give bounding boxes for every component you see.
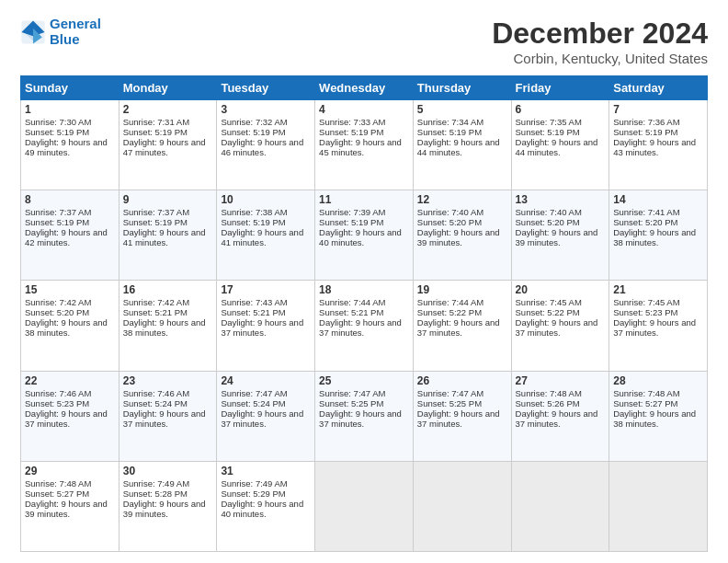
day-info: Daylight: 9 hours and 37 minutes. <box>417 317 507 338</box>
day-number: 4 <box>319 103 409 116</box>
table-row: 11Sunrise: 7:39 AMSunset: 5:19 PMDayligh… <box>315 190 414 281</box>
day-info: Sunrise: 7:31 AM <box>123 117 213 127</box>
col-sunday: Sunday <box>21 76 119 100</box>
day-number: 25 <box>319 374 409 387</box>
day-info: Daylight: 9 hours and 42 minutes. <box>25 227 115 247</box>
table-row: 6Sunrise: 7:35 AMSunset: 5:19 PMDaylight… <box>511 100 609 190</box>
title-area: December 2024 Corbin, Kentucky, United S… <box>492 17 708 66</box>
table-row: 28Sunrise: 7:48 AMSunset: 5:27 PMDayligh… <box>609 371 708 461</box>
day-number: 20 <box>516 283 606 296</box>
day-info: Sunset: 5:28 PM <box>123 488 213 499</box>
day-info: Sunset: 5:26 PM <box>516 398 606 408</box>
day-info: Daylight: 9 hours and 37 minutes. <box>516 408 606 429</box>
day-info: Daylight: 9 hours and 37 minutes. <box>319 317 409 338</box>
day-number: 29 <box>25 465 115 477</box>
table-row: 1Sunrise: 7:30 AMSunset: 5:19 PMDaylight… <box>21 100 119 190</box>
day-info: Sunset: 5:22 PM <box>516 307 606 317</box>
day-info: Sunset: 5:21 PM <box>319 307 409 317</box>
table-row: 2Sunrise: 7:31 AMSunset: 5:19 PMDaylight… <box>119 100 217 190</box>
day-info: Sunset: 5:19 PM <box>25 217 115 227</box>
table-row: 4Sunrise: 7:33 AMSunset: 5:19 PMDaylight… <box>315 100 414 190</box>
calendar-week-row: 29Sunrise: 7:48 AMSunset: 5:27 PMDayligh… <box>21 461 708 551</box>
day-info: Sunrise: 7:47 AM <box>319 388 409 398</box>
day-number: 23 <box>123 374 213 387</box>
day-info: Daylight: 9 hours and 49 minutes. <box>25 137 115 157</box>
day-info: Sunset: 5:20 PM <box>25 307 115 317</box>
page: General Blue December 2024 Corbin, Kentu… <box>0 0 728 563</box>
day-number: 5 <box>417 103 507 116</box>
day-info: Daylight: 9 hours and 41 minutes. <box>123 227 213 247</box>
day-info: Sunrise: 7:34 AM <box>417 117 507 127</box>
day-info: Sunset: 5:27 PM <box>613 398 703 408</box>
day-info: Daylight: 9 hours and 39 minutes. <box>516 227 606 247</box>
day-info: Daylight: 9 hours and 39 minutes. <box>123 499 213 519</box>
day-info: Sunrise: 7:43 AM <box>221 297 311 307</box>
day-info: Daylight: 9 hours and 43 minutes. <box>613 137 703 157</box>
day-info: Sunset: 5:23 PM <box>25 398 115 408</box>
day-info: Sunset: 5:23 PM <box>613 307 703 317</box>
table-row: 14Sunrise: 7:41 AMSunset: 5:20 PMDayligh… <box>609 190 708 281</box>
day-info: Daylight: 9 hours and 46 minutes. <box>221 137 311 157</box>
table-row: 7Sunrise: 7:36 AMSunset: 5:19 PMDaylight… <box>609 100 708 190</box>
table-row: 31Sunrise: 7:49 AMSunset: 5:29 PMDayligh… <box>217 461 315 551</box>
day-number: 3 <box>221 103 311 116</box>
table-row: 27Sunrise: 7:48 AMSunset: 5:26 PMDayligh… <box>511 371 609 461</box>
day-number: 11 <box>319 193 409 206</box>
day-number: 6 <box>516 103 606 116</box>
day-number: 18 <box>319 283 409 296</box>
day-number: 21 <box>613 283 703 296</box>
day-number: 26 <box>417 374 507 387</box>
day-info: Daylight: 9 hours and 41 minutes. <box>221 227 311 247</box>
day-info: Sunset: 5:19 PM <box>319 127 409 137</box>
day-info: Daylight: 9 hours and 37 minutes. <box>123 408 213 429</box>
day-info: Daylight: 9 hours and 44 minutes. <box>417 137 507 157</box>
day-info: Sunrise: 7:49 AM <box>221 478 311 488</box>
logo-icon <box>20 19 46 45</box>
day-info: Daylight: 9 hours and 38 minutes. <box>613 227 703 247</box>
day-info: Sunset: 5:19 PM <box>123 217 213 227</box>
day-number: 19 <box>417 283 507 296</box>
day-info: Sunset: 5:21 PM <box>221 307 311 317</box>
day-info: Daylight: 9 hours and 45 minutes. <box>319 137 409 157</box>
table-row: 13Sunrise: 7:40 AMSunset: 5:20 PMDayligh… <box>511 190 609 281</box>
day-number: 1 <box>25 103 115 116</box>
day-info: Sunset: 5:19 PM <box>417 127 507 137</box>
day-info: Sunrise: 7:41 AM <box>613 207 703 217</box>
day-info: Sunrise: 7:46 AM <box>25 388 115 398</box>
day-number: 14 <box>613 193 703 206</box>
col-monday: Monday <box>119 76 217 100</box>
day-info: Sunrise: 7:37 AM <box>25 207 115 217</box>
day-info: Sunrise: 7:37 AM <box>123 207 213 217</box>
table-row: 29Sunrise: 7:48 AMSunset: 5:27 PMDayligh… <box>21 461 119 551</box>
day-info: Sunrise: 7:40 AM <box>516 207 606 217</box>
subtitle: Corbin, Kentucky, United States <box>492 51 708 66</box>
day-number: 28 <box>613 374 703 387</box>
col-friday: Friday <box>511 76 609 100</box>
day-number: 31 <box>221 465 311 477</box>
day-info: Daylight: 9 hours and 38 minutes. <box>25 317 115 338</box>
day-info: Sunset: 5:19 PM <box>123 127 213 137</box>
day-info: Daylight: 9 hours and 37 minutes. <box>221 408 311 429</box>
table-row: 24Sunrise: 7:47 AMSunset: 5:24 PMDayligh… <box>217 371 315 461</box>
calendar-table: Sunday Monday Tuesday Wednesday Thursday… <box>20 75 708 552</box>
col-tuesday: Tuesday <box>217 76 315 100</box>
main-title: December 2024 <box>492 17 708 51</box>
table-row: 16Sunrise: 7:42 AMSunset: 5:21 PMDayligh… <box>119 281 217 371</box>
day-number: 27 <box>516 374 606 387</box>
day-info: Daylight: 9 hours and 40 minutes. <box>319 227 409 247</box>
table-row: 3Sunrise: 7:32 AMSunset: 5:19 PMDaylight… <box>217 100 315 190</box>
table-row: 25Sunrise: 7:47 AMSunset: 5:25 PMDayligh… <box>315 371 414 461</box>
day-info: Daylight: 9 hours and 37 minutes. <box>25 408 115 429</box>
day-info: Sunrise: 7:30 AM <box>25 117 115 127</box>
day-info: Sunrise: 7:45 AM <box>516 297 606 307</box>
calendar-week-row: 22Sunrise: 7:46 AMSunset: 5:23 PMDayligh… <box>21 371 708 461</box>
day-info: Sunrise: 7:36 AM <box>613 117 703 127</box>
day-info: Sunrise: 7:47 AM <box>417 388 507 398</box>
day-number: 16 <box>123 283 213 296</box>
table-row: 17Sunrise: 7:43 AMSunset: 5:21 PMDayligh… <box>217 281 315 371</box>
day-info: Sunrise: 7:42 AM <box>123 297 213 307</box>
table-row: 22Sunrise: 7:46 AMSunset: 5:23 PMDayligh… <box>21 371 119 461</box>
col-thursday: Thursday <box>413 76 511 100</box>
day-info: Daylight: 9 hours and 39 minutes. <box>25 499 115 519</box>
day-number: 2 <box>123 103 213 116</box>
